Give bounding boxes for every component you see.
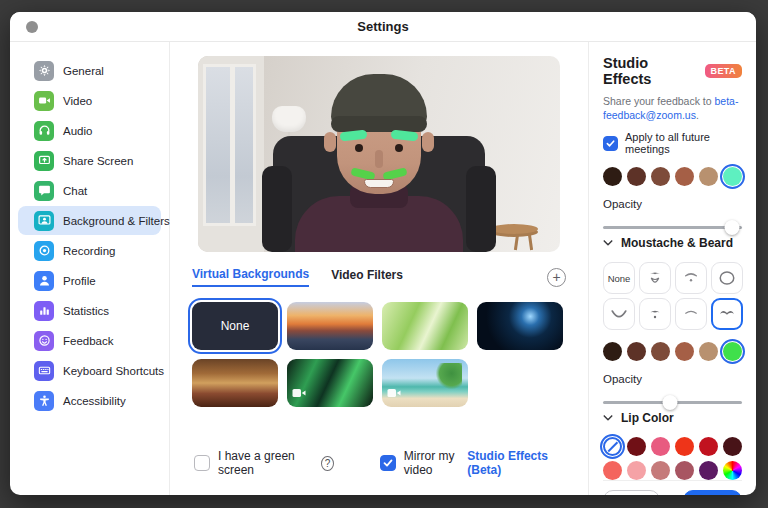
eyebrow-color-swatch-0[interactable] [603,167,622,186]
sidebar-item-accessibility[interactable]: Accessibility [18,386,161,415]
chevron-down-icon[interactable] [603,414,613,422]
sidebar-item-label: Background & Filters [63,215,170,227]
video-camera-badge-icon [292,384,306,402]
sidebar-item-profile[interactable]: Profile [18,266,161,295]
settings-window: Settings GeneralVideoAudioShare ScreenCh… [10,12,756,495]
moustache-color-swatch-3[interactable] [675,342,694,361]
eyebrow-color-swatches [603,167,742,186]
lip-color-swatch-2[interactable] [651,437,670,456]
sidebar-item-video[interactable]: Video [18,86,161,115]
moustache-opacity-label: Opacity [603,373,742,385]
sidebar-item-chat[interactable]: Chat [18,176,161,205]
moustache-style-thick-moustache[interactable] [639,298,671,330]
moustache-color-swatch-5[interactable] [723,342,742,361]
mirror-video-label: Mirror my video [404,449,467,477]
moustache-opacity-knob[interactable] [662,395,677,410]
eyebrow-color-swatch-4[interactable] [699,167,718,186]
apply-all-meetings-checkbox[interactable] [603,136,618,151]
sidebar-item-label: Audio [63,125,92,137]
moustache-style-goatee[interactable] [639,262,671,294]
add-background-button[interactable]: + [547,268,566,287]
background-thumbnail-beach[interactable] [382,359,468,407]
moustache-style-circle-beard[interactable] [711,262,743,294]
lip-color-swatch-3[interactable] [675,437,694,456]
lip-color-swatches [603,437,742,480]
eyebrow-color-swatch-1[interactable] [627,167,646,186]
green-screen-checkbox[interactable] [194,455,210,471]
lip-color-swatch-1[interactable] [627,437,646,456]
moustache-style-moustache-soul-patch[interactable] [675,262,707,294]
background-thumbnail-grid: None [192,302,566,407]
chat-bubble-icon [34,181,54,201]
studio-effects-title: Studio Effects [603,55,699,87]
eyebrow-color-swatch-3[interactable] [675,167,694,186]
video-preview [198,56,560,252]
moustache-style-thin-moustache[interactable] [675,298,707,330]
preview-person [269,82,489,252]
moustache-color-swatch-0[interactable] [603,342,622,361]
moustache-color-swatch-1[interactable] [627,342,646,361]
studio-effects-panel: Studio Effects BETA Share your feedback … [588,42,756,495]
moustache-style-none[interactable]: None [603,262,635,294]
moustache-color-swatch-2[interactable] [651,342,670,361]
lip-color-swatch-5[interactable] [723,437,742,456]
lip-color-swatch-4[interactable] [699,437,718,456]
chevron-down-icon[interactable] [603,239,613,247]
mirror-video-checkbox[interactable] [380,455,396,471]
smiley-icon [34,331,54,351]
apply-all-meetings-label: Apply to all future meetings [625,131,742,155]
background-thumbnail-earth[interactable] [477,302,563,350]
lip-color-swatch-11[interactable] [723,461,742,480]
lip-color-section-title: Lip Color [621,411,674,425]
background-thumbnail-grass[interactable] [382,302,468,350]
beta-badge: BETA [705,64,742,79]
lip-color-swatch-8[interactable] [651,461,670,480]
sidebar-item-general[interactable]: General [18,56,161,85]
help-icon[interactable]: ? [321,456,334,471]
sidebar-item-label: Profile [63,275,96,287]
background-thumbnail-ballroom[interactable] [192,359,278,407]
sidebar-item-label: Share Screen [63,155,133,167]
lip-color-swatch-10[interactable] [699,461,718,480]
lip-color-swatch-9[interactable] [675,461,694,480]
sidebar-item-feedback[interactable]: Feedback [18,326,161,355]
lip-color-swatch-7[interactable] [627,461,646,480]
moustache-color-swatches [603,342,742,361]
sidebar-item-label: Accessibility [63,395,126,407]
sidebar-item-share-screen[interactable]: Share Screen [18,146,161,175]
sidebar-item-label: Video [63,95,92,107]
video-camera-icon [34,91,54,111]
window-control-dot[interactable] [26,21,38,33]
profile-icon [34,271,54,291]
moustache-style-chin-curtain[interactable] [603,298,635,330]
reset-button[interactable]: Reset [603,490,660,495]
eyebrow-color-swatch-5[interactable] [723,167,742,186]
sidebar-item-audio[interactable]: Audio [18,116,161,145]
sidebar-item-keyboard-shortcuts[interactable]: Keyboard Shortcuts [18,356,161,385]
keyboard-icon [34,361,54,381]
lip-color-swatch-6[interactable] [603,461,622,480]
background-thumbnail-aurora[interactable] [287,359,373,407]
feedback-text: Share your feedback to beta-feedback@zoo… [603,94,742,122]
background-filters-panel: Virtual Backgrounds Video Filters + None… [170,42,588,495]
preview-window-glass [203,64,256,226]
sidebar-item-background-filters[interactable]: Background & Filters [18,206,161,235]
lip-color-swatch-0[interactable] [603,437,622,456]
tab-video-filters[interactable]: Video Filters [331,268,403,286]
close-button[interactable]: Close [683,490,742,495]
background-thumbnail-none[interactable]: None [192,302,278,350]
sidebar-item-statistics[interactable]: Statistics [18,296,161,325]
studio-effects-link[interactable]: Studio Effects (Beta) [467,449,564,477]
moustache-style-handlebar[interactable] [711,298,743,330]
sidebar-item-recording[interactable]: Recording [18,236,161,265]
eyebrow-color-swatch-2[interactable] [651,167,670,186]
preview-window-frame [198,56,264,252]
record-icon [34,241,54,261]
check-icon [606,139,615,148]
background-thumbnail-golden-gate-bridge[interactable] [287,302,373,350]
eyebrow-opacity-knob[interactable] [725,220,740,235]
moustache-section-title: Moustache & Beard [621,236,733,250]
tab-virtual-backgrounds[interactable]: Virtual Backgrounds [192,267,309,287]
moustache-color-swatch-4[interactable] [699,342,718,361]
title-bar: Settings [10,12,756,42]
